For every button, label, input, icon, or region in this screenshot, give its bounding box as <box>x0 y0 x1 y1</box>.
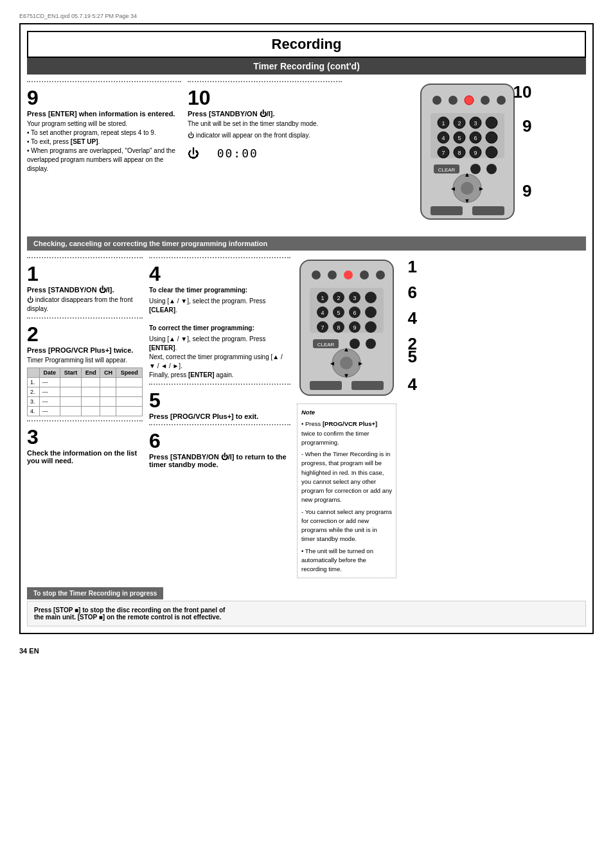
svg-point-60 <box>365 306 377 318</box>
step-4-number: 4 <box>149 262 290 286</box>
svg-point-27 <box>486 146 497 158</box>
step-2-block: 2 Press [PROG/VCR Plus+] twice. Timer Pr… <box>27 317 143 416</box>
svg-text:▼: ▼ <box>343 372 350 379</box>
step-5-title: Press [PROG/VCR Plus+] to exit. <box>149 412 290 420</box>
step-10-body: The unit will be set in the timer standb… <box>188 120 342 161</box>
step-9-number: 9 <box>27 86 181 110</box>
section-title: Timer Recording (cont'd) <box>27 58 586 75</box>
svg-text:8: 8 <box>458 150 461 156</box>
svg-text:9: 9 <box>353 324 356 331</box>
step-1-number: 1 <box>27 262 143 286</box>
remote-label-4: 4 <box>408 308 417 328</box>
step-6-block: 6 Press [STANDBY/ON ⏻/I] to return to th… <box>149 424 290 468</box>
svg-text:▲: ▲ <box>343 346 350 353</box>
checking-header: Checking, canceling or correcting the ti… <box>27 236 586 251</box>
step-5-number: 5 <box>149 389 290 412</box>
remote-label-6: 6 <box>408 283 417 303</box>
svg-point-30 <box>470 164 481 174</box>
remote-top-label-9b: 9 <box>522 181 531 201</box>
svg-text:▲: ▲ <box>464 171 470 178</box>
svg-text:CLEAR: CLEAR <box>317 342 335 348</box>
step-2-body: Timer Programming list will appear. <box>27 356 143 365</box>
svg-text:►: ► <box>478 185 484 192</box>
remote-label-1: 1 <box>408 257 417 277</box>
svg-point-3 <box>465 96 474 105</box>
step-3-block: 3 Check the information on the list you … <box>27 420 143 465</box>
step-3-title: Check the information on the list you wi… <box>27 449 143 465</box>
svg-rect-39 <box>472 206 504 215</box>
svg-text:9: 9 <box>474 150 477 156</box>
page-lang: EN <box>29 647 39 655</box>
table-row: 1.--- <box>28 378 143 387</box>
svg-point-33 <box>461 182 474 195</box>
svg-point-44 <box>360 270 369 279</box>
step-3-number: 3 <box>27 425 143 449</box>
svg-text:4: 4 <box>321 310 324 316</box>
svg-text:2: 2 <box>337 295 340 301</box>
svg-point-73 <box>340 357 353 369</box>
bottom-right-col: 1 2 3 4 5 6 7 8 9 CLEAR <box>297 257 586 578</box>
svg-point-45 <box>376 270 385 279</box>
svg-text:7: 7 <box>441 150 445 156</box>
svg-text:4: 4 <box>441 135 445 141</box>
svg-text:◄: ◄ <box>329 360 335 367</box>
note-point-4: • The unit will be turned on automatical… <box>301 547 392 574</box>
svg-point-41 <box>312 270 321 279</box>
svg-text:2: 2 <box>458 120 461 127</box>
step-1-title: Press [STANDBY/ON ⏻/I]. <box>27 286 143 294</box>
svg-rect-78 <box>310 381 342 390</box>
svg-point-53 <box>365 292 377 303</box>
svg-text:6: 6 <box>474 135 477 141</box>
step-9-block: 9 Press [ENTER] when information is ente… <box>27 81 181 224</box>
page-footer: 34 EN <box>19 647 594 655</box>
step-6-title: Press [STANDBY/ON ⏻/I] to return to the … <box>149 453 290 468</box>
note-box: Note • Press [PROG/VCR Plus+] twice to c… <box>297 403 396 578</box>
note-point-3: - You cannot select any programs for cor… <box>301 508 392 544</box>
svg-rect-79 <box>351 381 384 390</box>
step-2-number: 2 <box>27 323 143 346</box>
svg-text:3: 3 <box>353 295 356 301</box>
note-point-2: - When the Timer Recording is in progres… <box>301 450 392 505</box>
svg-text:►: ► <box>357 360 364 367</box>
step-9-body: Your program setting will be stored. • T… <box>27 120 181 173</box>
step-6-number: 6 <box>149 429 290 453</box>
file-info: E6751CD_EN1.qxd 05.7.19 5:27 PM Page 34 <box>19 13 594 19</box>
svg-text:6: 6 <box>353 310 356 316</box>
svg-text:1: 1 <box>321 295 324 301</box>
svg-text:7: 7 <box>321 324 324 331</box>
page-title: Recording <box>27 31 586 58</box>
bottom-mid-col: 4 To clear the timer programming: Using … <box>149 257 290 578</box>
svg-point-43 <box>344 270 353 279</box>
note-title: Note <box>301 408 392 417</box>
remote-top-label-10: 10 <box>513 82 532 102</box>
svg-point-5 <box>497 96 506 105</box>
svg-point-70 <box>350 339 360 349</box>
timer-display: ⏻ 00:00 <box>188 145 342 161</box>
svg-point-67 <box>365 321 377 333</box>
stop-body: Press [STOP ■] to stop the disc recordin… <box>27 601 586 626</box>
remote-svg-top: 1 2 3 4 5 6 7 8 9 CLEAR <box>414 81 520 222</box>
step-10-number: 10 <box>188 86 342 110</box>
svg-text:◄: ◄ <box>450 185 456 192</box>
page-number: 34 <box>19 647 27 655</box>
table-row: 2.--- <box>28 387 143 397</box>
table-row: 3.--- <box>28 397 143 407</box>
svg-point-1 <box>432 96 441 105</box>
svg-text:5: 5 <box>337 310 340 316</box>
table-header-row: Date Start End CH Speed <box>28 368 143 378</box>
table-row: 4.--- <box>28 407 143 416</box>
svg-point-4 <box>481 96 490 105</box>
stop-section: To stop the Timer Recording in progress … <box>27 587 586 626</box>
svg-point-13 <box>486 117 497 128</box>
step-9-title: Press [ENTER] when information is entere… <box>27 110 181 118</box>
svg-text:3: 3 <box>474 120 477 127</box>
remote-label-5: 5 <box>408 347 417 367</box>
step-2-title: Press [PROG/VCR Plus+] twice. <box>27 346 143 354</box>
svg-point-2 <box>449 96 458 105</box>
remote-label-4b: 4 <box>408 375 417 394</box>
step-4-body: To clear the timer programming: Using [▲… <box>149 286 290 380</box>
svg-text:8: 8 <box>337 324 340 331</box>
remote-top-label-9a: 9 <box>522 116 531 136</box>
step-10-block: 10 Press [STANDBY/ON ⏻/I]. The unit will… <box>188 81 342 224</box>
step-1-block: 1 Press [STANDBY/ON ⏻/I]. ⏻ indicator di… <box>27 257 143 314</box>
